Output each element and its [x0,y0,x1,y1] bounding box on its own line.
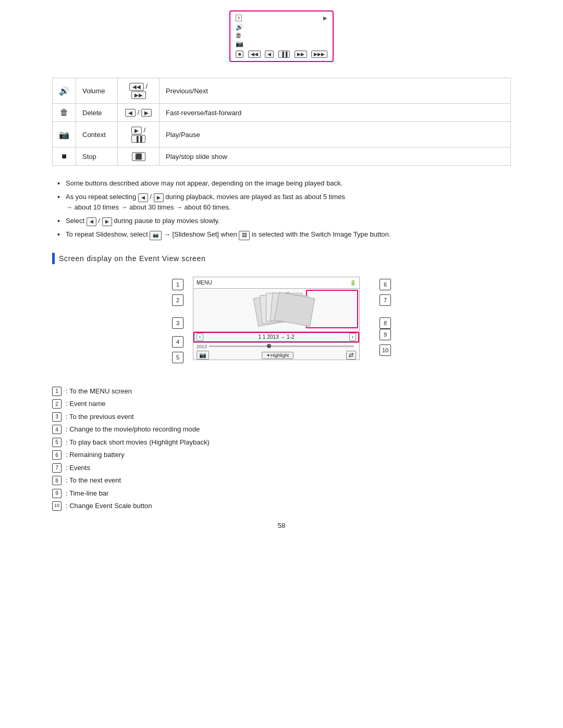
num-label-9: 9 [380,329,391,340]
list-item: 7 : Events [52,463,511,473]
ev-pink-box-photos [306,290,358,328]
ev-highlight-btn: ✦Highlight [262,352,293,359]
inline-slow-prev: ◀ [87,217,96,227]
icon-delete: 🗑 [53,104,76,122]
slideshow-btn-cell: ⬛ [132,152,145,161]
pause-btn-cell: ▐▐ [131,135,145,143]
ev-date-text: 1 1 2013 → 1-2 [259,334,295,340]
ev-year-left: 2013 [197,344,207,349]
ev-bottom-bar: 📷 ✦Highlight ⇄ [193,350,359,361]
desc-delete: Fast-reverse/fast-forward [160,104,511,122]
label-delete: Delete [76,104,118,122]
event-diagram-wrapper: 1 2 3 4 5 6 7 8 9 10 MENU 🔋 [52,272,511,376]
label-volume: Volume [76,78,118,104]
table-row: 🗑 Delete ◀ / ▶ Fast-reverse/fast-forward [53,104,511,122]
inline-slow-next: ▶ [102,217,112,227]
ev-prev-btn: ‹ [197,333,203,341]
ev-photo-stack [245,291,308,327]
icon-context: 📷 [53,122,76,147]
table-row: ■ Stop ⬛ Play/stop slide show [53,147,511,166]
rew-btn-cell: ◀ [125,109,136,117]
pause-btn: ▐▐ [278,51,290,58]
item-text-7: : Events [66,463,90,473]
num-label-4: 4 [172,336,183,348]
page-number: 58 [52,522,511,529]
inline-context-icon: 📷 [150,231,162,240]
desc-volume: Previous/Next [160,78,511,104]
mini-ui-button-row: ■ ◀◀ ◀ ▐▐ ▶▶ ▶▶▶ [236,51,327,58]
context-icon: 📷 [236,40,327,47]
label-context: Context [76,122,118,147]
num-label-2: 2 [172,294,183,306]
item-text-1: : To the MENU screen [66,386,132,397]
ev-date-bar: ‹ 1 1 2013 → 1-2 › [193,331,359,343]
item-num-8: 8 [52,476,62,485]
list-item: 1 : To the MENU screen [52,386,511,397]
list-item: 2 : Event name [52,399,511,409]
item-num-1: 1 [52,387,62,396]
inline-fwd-icon: ▶ [154,193,164,203]
fwd-btn-cell: ▶ [141,109,152,117]
section-title: Screen display on the Event View screen [59,254,206,263]
item-text-4: : Change to the movie/photo recording mo… [66,424,200,435]
note-item-2: As you repeat selecting ◀ / ▶ during pla… [57,192,511,213]
stop-btn: ■ [236,51,243,58]
next-btn: ▶▶▶ [311,51,327,58]
desc-context: Play/Pause [160,122,511,147]
table-row: 📷 Context ▶ / ▐▐ Play/Pause [53,122,511,147]
prev-btn-cell: ◀◀ [129,83,144,91]
note-item-1: Some buttons described above may not app… [57,178,511,189]
desc-stop: Play/stop slide show [160,147,511,166]
num-label-8: 8 [380,317,391,329]
mini-ui-box: × ▶ 🔊 🗑 📷 ■ ◀◀ ◀ ▐▐ ▶▶ ▶▶▶ [229,10,334,62]
num-label-5: 5 [172,352,183,363]
num-label-6: 6 [380,279,391,290]
table-row: 🔊 Volume ◀◀ / ▶▶ Previous/Next [53,78,511,104]
item-text-3: : To the previous event [66,412,134,422]
list-item: 4 : Change to the movie/photo recording … [52,424,511,435]
ev-photos-area [193,289,359,331]
item-num-10: 10 [52,501,62,511]
notes-section: Some buttons described above may not app… [52,178,511,240]
list-item: 3 : To the previous event [52,412,511,422]
note-item-3: Select ◀ / ▶ during pause to play movies… [57,216,511,227]
event-diagram: 1 2 3 4 5 6 7 8 9 10 MENU 🔋 [172,272,391,376]
ev-next-btn: › [349,333,356,341]
item-num-4: 4 [52,425,62,434]
icon-volume: 🔊 [53,78,76,104]
top-diagram: × ▶ 🔊 🗑 📷 ■ ◀◀ ◀ ▐▐ ▶▶ ▶▶▶ [52,10,511,62]
icon-stop: ■ [53,147,76,166]
list-item: 6 : Remaining battery [52,450,511,460]
item-num-3: 3 [52,412,62,422]
event-screen: MENU 🔋 ‹ 1 1 [193,277,360,360]
play-icon-top: ▶ [323,15,327,21]
inline-switch-icon: 🖼 [239,231,250,240]
btn-slideshow: ⬛ [118,147,160,166]
btn-rew-fwd: ◀ / ▶ [118,104,160,122]
item-text-2: : Event name [66,399,106,409]
item-num-6: 6 [52,450,62,460]
note-item-4: To repeat Slideshow, select 📷 → [Slidesh… [57,229,511,240]
ev-scale-btn: ⇄ [346,351,356,360]
num-label-7: 7 [380,294,391,306]
mini-ui-top-bar: × ▶ [236,15,327,21]
next-btn-cell: ▶▶ [131,91,146,99]
item-num-2: 2 [52,399,62,409]
item-text-6: : Remaining battery [66,450,125,460]
num-label-3: 3 [172,317,183,329]
delete-icon: 🗑 [236,32,327,39]
ev-timeline-dot [267,344,271,348]
section-bar-accent [52,253,55,264]
item-text-8: : To the next event [66,475,121,486]
fwd-btn: ▶▶ [295,51,307,58]
ev-battery-icon: 🔋 [350,280,356,286]
volume-icon: 🔊 [236,23,327,31]
close-x-icon: × [236,15,242,21]
btn-play-pause: ▶ / ▐▐ [118,122,160,147]
prev-btn: ◀◀ [248,51,261,58]
item-num-9: 9 [52,489,62,498]
controls-table: 🔊 Volume ◀◀ / ▶▶ Previous/Next 🗑 Delete … [52,78,511,166]
list-item: 10 : Change Event Scale button [52,501,511,511]
rew-btn: ◀ [265,51,274,58]
btn-prev-next: ◀◀ / ▶▶ [118,78,160,104]
